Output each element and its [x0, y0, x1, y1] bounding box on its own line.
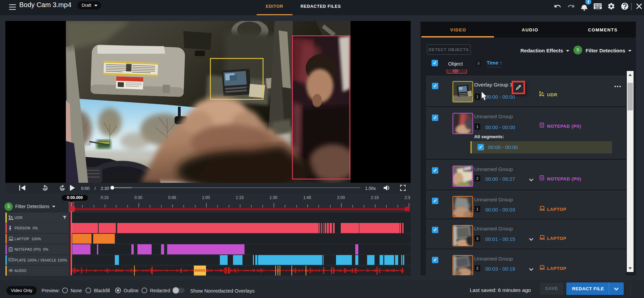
- svg-text:10: 10: [61, 187, 63, 190]
- svg-text:10: 10: [44, 187, 46, 190]
